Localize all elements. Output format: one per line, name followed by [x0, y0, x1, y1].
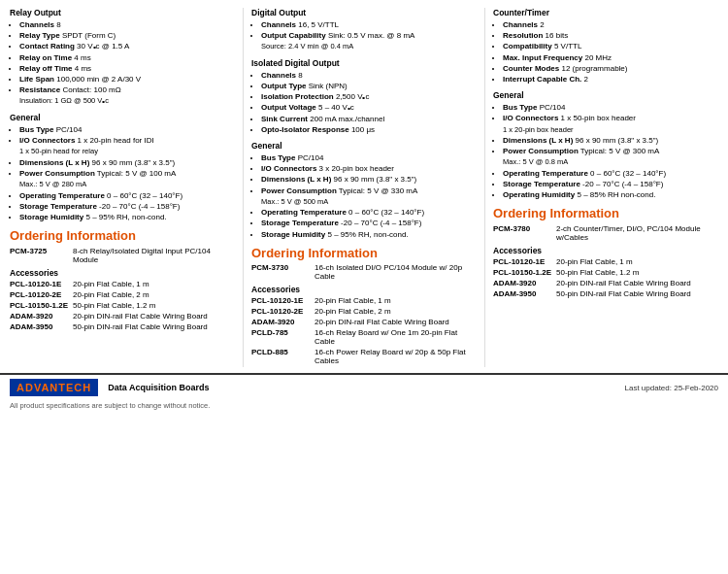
spec-item: Dimensions (L x H) 96 x 90 mm (3.8" x 3.… [503, 135, 718, 146]
accessory-item: PCLD-78516-ch Relay Board w/ One 1m 20-p… [251, 328, 477, 346]
column-divider [484, 8, 485, 367]
spec-item: Resistance Contact: 100 mΩInsulation: 1 … [19, 84, 235, 107]
spec-item: Storage Humidity 5 – 95% RH, non-cond. [19, 212, 235, 222]
spec-label: Bus Type [19, 125, 53, 134]
spec-item: Compatibility 5 V/TTL [503, 41, 718, 51]
logo-ad: AD [17, 382, 34, 393]
footer-logo: ADVANTECH [10, 379, 98, 396]
accessory-item: ADAM-392020-pin DIN-rail Flat Cable Wiri… [251, 318, 477, 326]
accessory-part: PCL-10150-1.2E [493, 268, 556, 277]
ordering-title: Ordering Information [10, 228, 235, 244]
spec-label: Storage Temperature [19, 202, 97, 211]
order-part: PCM-3725 [10, 247, 73, 264]
spec-label: I/O Connectors [261, 164, 316, 173]
accessory-desc: 50-pin DIN-rail Flat Cable Wiring Board [73, 322, 208, 331]
spec-value-extra: Max.: 5 V @ 0.8 mA [503, 157, 718, 168]
accessory-desc: 20-pin Flat Cable, 1 m [314, 296, 391, 305]
spec-item: Resolution 16 bits [503, 30, 718, 41]
column-divider [243, 8, 244, 367]
spec-label: I/O Connectors [19, 136, 75, 145]
spec-item: Sink Current 200 mA max./channel [261, 114, 477, 124]
accessories-title: Accessories [251, 285, 477, 294]
spec-label: Compatibility [503, 42, 552, 51]
footer-wrapper: ADVANTECH Data Acquisition Boards Last u… [0, 373, 728, 413]
spec-label: Operating Temperature [19, 191, 105, 200]
spec-item: I/O Connectors 1 x 20-pin head for IDI1 … [19, 135, 235, 157]
spec-label: Storage Temperature [261, 219, 339, 227]
accessory-part: ADAM-3950 [10, 322, 73, 331]
spec-item: Relay Type SPDT (Form C) [19, 30, 235, 41]
accessory-desc: 20-pin Flat Cable, 1 m [556, 257, 633, 266]
spec-item: Channels 16, 5 V/TTL [261, 19, 477, 30]
spec-item: Dimensions (L x H) 96 x 90 mm (3.8" x 3.… [19, 157, 235, 168]
column-2: Digital OutputChannels 16, 5 V/TTLOutput… [251, 8, 477, 367]
spec-label: Storage Temperature [503, 180, 580, 188]
spec-label: Power Consumption [503, 147, 579, 155]
spec-label: Output Capability [261, 31, 326, 40]
accessory-item: PCL-10150-1.2E50-pin Flat Cable, 1.2 m [10, 301, 235, 310]
accessory-desc: 20-pin Flat Cable, 1 m [73, 280, 149, 288]
spec-label: Interrupt Capable Ch. [503, 75, 581, 84]
accessory-desc: 16-ch Relay Board w/ One 1m 20-pin Flat … [314, 328, 477, 346]
section-counter-timer: Counter/TimerChannels 2Resolution 16 bit… [493, 8, 718, 84]
spec-label: Output Voltage [261, 103, 316, 112]
footer-center-text: Data Acquisition Boards [108, 383, 624, 392]
spec-item: Output Voltage 5 – 40 Vₒc [261, 102, 477, 113]
ordering-title: Ordering Information [251, 246, 477, 261]
accessory-item: ADAM-392020-pin DIN-rail Flat Cable Wiri… [493, 279, 718, 287]
spec-item: Life Span 100,000 min @ 2 A/30 V [19, 74, 235, 84]
spec-item: Power Consumption Typical: 5 V @ 100 mAM… [19, 168, 235, 190]
accessory-desc: 50-pin Flat Cable, 1.2 m [73, 301, 155, 310]
section-general-2: GeneralBus Type PC/104I/O Connectors 3 x… [251, 141, 477, 240]
page-content: Relay OutputChannels 8Relay Type SPDT (F… [0, 0, 728, 367]
order-desc: 2-ch Counter/Timer, DI/O, PC/104 Module … [556, 224, 718, 242]
spec-item: Operating Humidity 5 – 85% RH non-cond. [503, 189, 718, 200]
accessory-item: PCL-10120-1E20-pin Flat Cable, 1 m [251, 296, 477, 305]
spec-label: Output Type [261, 82, 307, 90]
accessory-desc: 16-ch Power Relay Board w/ 20p & 50p Fla… [314, 348, 477, 365]
accessory-desc: 20-pin Flat Cable, 2 m [73, 290, 149, 299]
accessory-item: PCL-10120-2E20-pin Flat Cable, 2 m [251, 307, 477, 316]
spec-item: Output Type Sink (NPN) [261, 81, 477, 91]
accessory-part: PCL-10150-1.2E [10, 301, 73, 310]
spec-item: Operating Temperature 0 – 60°C (32 – 140… [503, 168, 718, 179]
accessory-item: PCLD-88516-ch Power Relay Board w/ 20p &… [251, 348, 477, 365]
spec-label: Resistance [19, 85, 60, 94]
accessory-item: PCL-10120-2E20-pin Flat Cable, 2 m [10, 290, 235, 299]
spec-label: Contact Rating [19, 42, 75, 51]
order-desc: 16-ch Isolated DI/O PC/104 Module w/ 20p… [314, 263, 477, 281]
spec-item: Storage Humidity 5 – 95% RH, non-cond. [261, 229, 477, 240]
order-part: PCM-3780 [493, 224, 556, 242]
spec-item: Output Capability Sink: 0.5 V max. @ 8 m… [261, 30, 477, 52]
section-digital-output: Digital OutputChannels 16, 5 V/TTLOutput… [251, 8, 477, 52]
spec-label: Storage Humidity [19, 213, 83, 221]
section-title-general-1: General [10, 113, 235, 122]
spec-item: Operating Temperature 0 – 60°C (32 – 140… [261, 207, 477, 218]
spec-value-extra: 1 x 20-pin box header [503, 125, 718, 136]
spec-value-extra: Source: 2.4 V min @ 0.4 mA [261, 42, 477, 52]
spec-label: Opto-Isolator Response [261, 125, 349, 134]
spec-item: Opto-Isolator Response 100 μs [261, 124, 477, 135]
logo-vantech: VANTECH [34, 382, 91, 393]
spec-label: Operating Temperature [261, 208, 347, 217]
spec-item: Power Consumption Typical: 5 V @ 300 mAM… [503, 146, 718, 168]
spec-item: Operating Temperature 0 – 60°C (32 – 140… [19, 190, 235, 201]
accessory-desc: 50-pin DIN-rail Flat Cable Wiring Board [556, 289, 691, 298]
spec-item: Channels 8 [19, 19, 235, 30]
order-item: PCM-373016-ch Isolated DI/O PC/104 Modul… [251, 263, 477, 281]
spec-label: Dimensions (L x H) [503, 136, 573, 145]
spec-label: Bus Type [261, 153, 295, 162]
section-isolated-digital-output: Isolated Digital OutputChannels 8Output … [251, 58, 477, 135]
spec-item: Relay on Time 4 ms [19, 52, 235, 63]
accessory-item: PCL-10150-1.2E50-pin Flat Cable, 1.2 m [493, 268, 718, 277]
accessory-item: ADAM-392020-pin DIN-rail Flat Cable Wiri… [10, 312, 235, 321]
section-title-counter-timer: Counter/Timer [493, 8, 718, 17]
accessory-part: ADAM-3920 [251, 318, 314, 326]
section-title-relay-output: Relay Output [10, 8, 235, 17]
spec-item: Bus Type PC/104 [19, 124, 235, 135]
spec-label: Operating Temperature [503, 169, 588, 178]
accessory-part: PCL-10120-1E [251, 296, 314, 305]
spec-item: Contact Rating 30 Vₒc @ 1.5 A [19, 41, 235, 51]
spec-label: Dimensions (L x H) [261, 175, 331, 184]
spec-item: Max. Input Frequency 20 MHz [503, 52, 718, 63]
